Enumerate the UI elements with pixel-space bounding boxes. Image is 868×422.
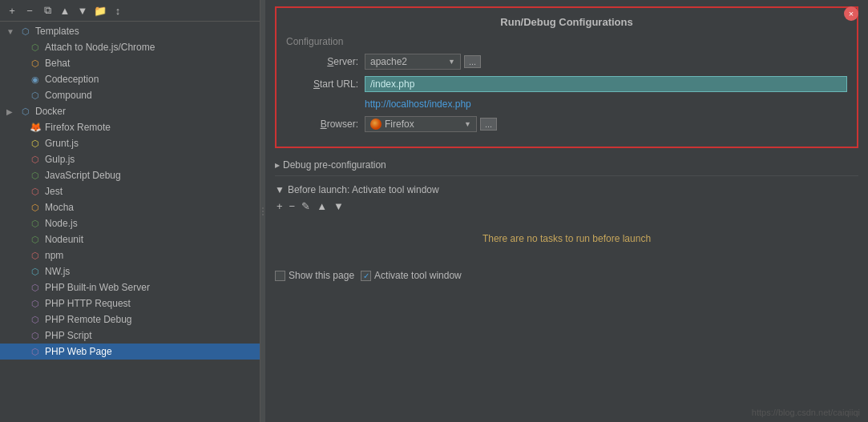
php-builtin-icon: ⬡	[29, 281, 42, 294]
codeception-icon: ◉	[29, 73, 42, 86]
before-launch-toolbar: + − ✎ ▲ ▼	[275, 199, 858, 217]
activate-window-checkbox[interactable]	[361, 271, 371, 281]
tree-item-codeception[interactable]: ◉ Codeception	[0, 71, 260, 87]
server-select[interactable]: apache2 ▼	[365, 54, 461, 70]
tree-item-label: Nodeunit	[45, 234, 83, 245]
footer-row: Show this page Activate tool window	[275, 263, 858, 287]
tree-item-label: PHP Remote Debug	[45, 314, 132, 325]
left-panel: + − ⧉ ▲ ▼ 📁 ↕ ▼ ⬡ Templates ⬡ Attach to …	[0, 0, 260, 422]
tree-item-attach-node[interactable]: ⬡ Attach to Node.js/Chrome	[0, 39, 260, 55]
tree-item-label: PHP Built-in Web Server	[45, 282, 150, 293]
sort-button[interactable]: ↕	[111, 3, 125, 18]
tree-item-php-script[interactable]: ⬡ PHP Script	[0, 328, 260, 344]
tree-item-gulp[interactable]: ⬡ Gulp.js	[0, 151, 260, 167]
server-label: Server:	[286, 56, 358, 67]
drag-dot	[262, 214, 264, 215]
php-remote-icon: ⬡	[29, 313, 42, 326]
before-launch-remove-button[interactable]: −	[288, 200, 297, 212]
tree-item-label: Behat	[45, 58, 70, 69]
drag-dot	[262, 211, 264, 212]
firefox-remote-icon: 🦊	[29, 121, 42, 134]
before-launch-header[interactable]: ▼ Before launch: Activate tool window	[275, 179, 858, 199]
tree-item-behat[interactable]: ⬡ Behat	[0, 55, 260, 71]
up-button[interactable]: ▲	[58, 3, 72, 18]
tree-item-label: Attach to Node.js/Chrome	[45, 42, 155, 53]
tree-item-php-remote[interactable]: ⬡ PHP Remote Debug	[0, 311, 260, 328]
toolbar: + − ⧉ ▲ ▼ 📁 ↕	[0, 0, 260, 22]
before-launch-up-button[interactable]: ▲	[315, 200, 329, 212]
tree-item-label: npm	[45, 250, 63, 261]
config-box: Run/Debug Configurations Configuration S…	[275, 6, 858, 148]
tree-item-mocha[interactable]: ⬡ Mocha	[0, 199, 260, 215]
before-launch-edit-button[interactable]: ✎	[300, 200, 312, 212]
config-section-label: Configuration	[286, 36, 847, 47]
server-dots-button[interactable]: ...	[464, 55, 481, 68]
php-web-icon: ⬡	[29, 345, 42, 358]
browser-select-wrapper: Firefox ▼ ...	[365, 116, 497, 132]
close-button[interactable]: ×	[844, 6, 858, 21]
before-launch-section: ▼ Before launch: Activate tool window + …	[275, 176, 858, 263]
add-button[interactable]: +	[5, 3, 19, 18]
tree-item-php-builtin[interactable]: ⬡ PHP Built-in Web Server	[0, 279, 260, 295]
remove-button[interactable]: −	[22, 3, 37, 18]
show-page-checkbox-wrapper[interactable]: Show this page	[275, 270, 354, 281]
show-page-checkbox[interactable]	[275, 271, 285, 281]
start-url-row: Start URL:	[286, 76, 847, 92]
right-panel: × Run/Debug Configurations Configuration…	[265, 0, 868, 422]
watermark: https://blog.csdn.net/caiqiiqi	[752, 408, 860, 417]
tree-item-docker[interactable]: ▶ ⬡ Docker	[0, 103, 260, 119]
dialog-title: Run/Debug Configurations	[286, 16, 847, 28]
start-url-input[interactable]	[365, 76, 847, 92]
grunt-icon: ⬡	[29, 137, 42, 150]
bottom-section: ▶ Debug pre-configuration ▼ Before launc…	[265, 155, 868, 422]
templates-icon: ⬡	[19, 25, 32, 38]
folder-button[interactable]: 📁	[93, 3, 107, 18]
tree-item-label: Gulp.js	[45, 154, 75, 165]
tree-item-label: Grunt.js	[45, 138, 79, 149]
debug-pre-config-header[interactable]: ▶ Debug pre-configuration	[275, 155, 858, 176]
server-value: apache2	[370, 56, 407, 67]
server-row: Server: apache2 ▼ ...	[286, 54, 847, 70]
php-http-icon: ⬡	[29, 297, 42, 310]
tree-item-label: Compound	[45, 90, 92, 101]
before-launch-label: Before launch: Activate tool window	[288, 184, 439, 195]
tree-item-jest[interactable]: ⬡ Jest	[0, 183, 260, 199]
compound-icon: ⬡	[29, 89, 42, 102]
tree-item-npm[interactable]: ⬡ npm	[0, 247, 260, 263]
browser-row: Browser: Firefox ▼ ...	[286, 116, 847, 132]
before-launch-add-button[interactable]: +	[275, 200, 285, 212]
tree-item-label: PHP Script	[45, 330, 91, 341]
tree-item-node[interactable]: ⬡ Node.js	[0, 215, 260, 231]
browser-label: Browser:	[286, 119, 358, 130]
tree-item-nodeunit[interactable]: ⬡ Nodeunit	[0, 231, 260, 247]
expand-arrow: ▶	[6, 107, 16, 116]
tree-item-php-http[interactable]: ⬡ PHP HTTP Request	[0, 295, 260, 311]
tree-item-php-web[interactable]: ⬡ PHP Web Page	[0, 344, 260, 360]
server-select-wrapper: apache2 ▼ ...	[365, 54, 481, 70]
url-suggestion[interactable]: http://localhost/index.php	[365, 98, 847, 110]
node-icon: ⬡	[29, 217, 42, 230]
expand-arrow-icon: ▼	[275, 184, 285, 195]
tree-item-label: NW.js	[45, 266, 70, 277]
npm-icon: ⬡	[29, 249, 42, 262]
activate-window-checkbox-wrapper[interactable]: Activate tool window	[361, 270, 462, 281]
down-button[interactable]: ▼	[75, 3, 90, 18]
tree-item-compound[interactable]: ⬡ Compound	[0, 87, 260, 103]
browser-select[interactable]: Firefox ▼	[365, 116, 477, 132]
activate-window-label: Activate tool window	[374, 270, 462, 281]
docker-icon: ⬡	[19, 105, 32, 118]
expand-arrow: ▼	[6, 27, 16, 36]
before-launch-down-button[interactable]: ▼	[332, 200, 345, 212]
tree-item-firefox-remote[interactable]: 🦊 Firefox Remote	[0, 119, 260, 135]
tree-item-templates[interactable]: ▼ ⬡ Templates	[0, 23, 260, 39]
tree-item-nwjs[interactable]: ⬡ NW.js	[0, 263, 260, 279]
tree-item-javascript-debug[interactable]: ⬡ JavaScript Debug	[0, 167, 260, 183]
browser-dots-button[interactable]: ...	[480, 118, 497, 131]
copy-button[interactable]: ⧉	[40, 3, 55, 18]
tree-area: ▼ ⬡ Templates ⬡ Attach to Node.js/Chrome…	[0, 22, 260, 422]
gulp-icon: ⬡	[29, 153, 42, 166]
tree-item-grunt[interactable]: ⬡ Grunt.js	[0, 135, 260, 151]
dropdown-arrow-icon: ▼	[448, 58, 455, 66]
js-debug-icon: ⬡	[29, 169, 42, 182]
collapse-arrow-icon: ▶	[275, 162, 280, 169]
